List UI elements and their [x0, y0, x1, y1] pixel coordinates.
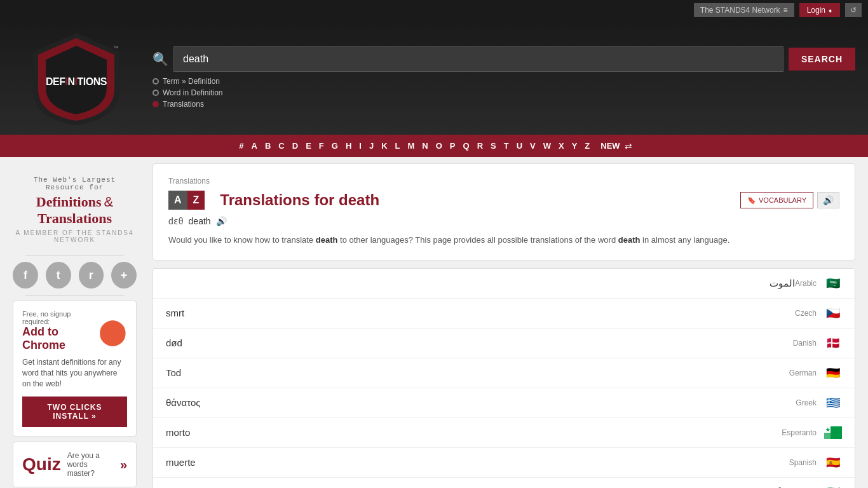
desc-word1: death [316, 235, 338, 245]
list-item[interactable]: morto Esperanto ★ [153, 418, 855, 448]
alpha-new[interactable]: NEW [600, 141, 620, 151]
search-input[interactable] [173, 46, 783, 72]
reddit-icon[interactable]: r [79, 262, 104, 288]
flag-spanish: 🇪🇸 [824, 456, 842, 469]
header: DEFINITIONS ™ 🔍 SEARCH Term » Definition… [0, 20, 868, 135]
phonetic-ipa: dɛθ [168, 216, 184, 226]
alpha-r[interactable]: R [474, 140, 486, 152]
alpha-p[interactable]: P [447, 140, 459, 152]
flag-german: 🇩🇪 [824, 367, 842, 379]
login-button[interactable]: Login ⬧ [799, 3, 840, 17]
alpha-h[interactable]: H [342, 140, 355, 152]
bookmark-icon: 🔖 [747, 196, 756, 205]
history-button[interactable]: ↺ [845, 3, 862, 17]
translation-language: Arabic [795, 279, 817, 288]
chrome-title: Add to Chrome [22, 325, 98, 352]
list-item[interactable]: الموت Arabic 🇸🇦 [153, 269, 855, 299]
phonetic-sound-icon[interactable]: 🔊 [216, 216, 227, 226]
divider-mid [25, 295, 124, 295]
option-word-in-definition[interactable]: Word in Definition [153, 88, 855, 97]
option-translations[interactable]: Translations [153, 100, 855, 109]
search-button[interactable]: SEARCH [789, 48, 855, 71]
chrome-logo-icon: ⬤ [98, 316, 127, 346]
alpha-hash[interactable]: # [236, 140, 247, 152]
facebook-icon[interactable]: f [13, 262, 38, 288]
tagline-sub: A MEMBER OF THE STANDS4 NETWORK [13, 229, 137, 243]
list-item[interactable]: Tod German 🇩🇪 [153, 358, 855, 388]
sidebar: The Web's Largest Resource for Definitio… [13, 163, 146, 488]
main-content: The Web's Largest Resource for Definitio… [0, 157, 868, 488]
flag-greek: 🇬🇷 [824, 396, 842, 409]
stands4-network-button[interactable]: The STANDS4 Network ≡ [694, 3, 794, 17]
radio-translations [153, 101, 159, 107]
alpha-g[interactable]: G [329, 140, 341, 152]
alpha-a[interactable]: A [248, 140, 261, 152]
quiz-box[interactable]: Quiz Are you a words master? » [13, 442, 137, 487]
chrome-install-label: TWO CLICKS INSTALL » [48, 403, 102, 421]
quiz-text: Are you a words master? [67, 451, 114, 478]
radio-term [153, 78, 159, 85]
alpha-l[interactable]: L [392, 140, 403, 152]
alpha-d[interactable]: D [289, 140, 301, 152]
vocabulary-button[interactable]: 🔖 VOCABULARY [740, 192, 813, 208]
twitter-icon[interactable]: t [46, 262, 71, 288]
list-item[interactable]: θάνατος Greek 🇬🇷 [153, 388, 855, 418]
translation-word: død [166, 337, 793, 348]
list-item[interactable]: smrt Czech 🇨🇿 [153, 299, 855, 329]
shuffle-icon[interactable]: ⇄ [625, 141, 632, 151]
list-item[interactable]: død Danish 🇩🇰 [153, 329, 855, 358]
alpha-w[interactable]: W [540, 140, 554, 152]
alpha-c[interactable]: C [275, 140, 287, 152]
list-item[interactable]: muerte Spanish 🇪🇸 [153, 448, 855, 478]
translations-title: Translations for death [220, 191, 379, 209]
alpha-o[interactable]: O [433, 140, 445, 152]
alpha-i[interactable]: I [356, 140, 365, 152]
desc-mid: to other languages? This page provides a… [340, 235, 616, 245]
alpha-s[interactable]: S [487, 140, 499, 152]
alpha-k[interactable]: K [378, 140, 390, 152]
quiz-title: Quiz [22, 454, 61, 475]
history-icon: ↺ [850, 6, 857, 15]
alpha-x[interactable]: X [555, 140, 567, 152]
chrome-text-area: Free, no signup required: Add to Chrome [22, 310, 98, 352]
tagline-ampersand: & [104, 194, 113, 210]
option-term-definition[interactable]: Term » Definition [153, 77, 855, 86]
alpha-v[interactable]: V [527, 140, 539, 152]
login-label: Login [807, 6, 825, 15]
trans-header: A Z Translations for death 🔖 VOCABULARY … [168, 191, 839, 210]
chrome-install-button[interactable]: TWO CLICKS INSTALL » [22, 396, 127, 427]
chrome-extension-box: Free, no signup required: Add to Chrome … [13, 301, 137, 437]
flag-czech: 🇨🇿 [824, 307, 842, 320]
tagline-translations: Translations [37, 210, 112, 226]
alpha-t[interactable]: T [501, 140, 512, 152]
alpha-n[interactable]: N [419, 140, 431, 152]
logo-text-area: The Web's Largest Resource for Definitio… [13, 170, 137, 250]
translation-language: Danish [793, 339, 817, 348]
alpha-e[interactable]: E [302, 140, 315, 152]
search-options: Term » Definition Word in Definition Tra… [153, 77, 855, 109]
alpha-b[interactable]: B [262, 140, 274, 152]
alpha-j[interactable]: J [366, 140, 377, 152]
vocab-label: VOCABULARY [759, 196, 806, 204]
alpha-z[interactable]: Z [581, 140, 593, 152]
addthis-icon[interactable]: + [111, 262, 137, 288]
phonetic-area: dɛθ death 🔊 [168, 216, 839, 226]
translation-word: smrt [166, 308, 795, 318]
alpha-m[interactable]: M [404, 140, 417, 152]
breadcrumb: Translations [168, 177, 839, 186]
alpha-u[interactable]: U [513, 140, 526, 152]
flag-danish: 🇩🇰 [824, 337, 842, 349]
logo-z: Z [187, 191, 205, 210]
option-label-3: Translations [163, 100, 204, 109]
svg-text:DEFINITIONS: DEFINITIONS [46, 76, 107, 87]
az-logo: A Z [168, 191, 205, 210]
sound-button[interactable]: 🔊 [817, 192, 839, 208]
right-content: Translations A Z Translations for death … [146, 163, 855, 488]
alpha-q[interactable]: Q [460, 140, 473, 152]
divider-top [25, 255, 124, 255]
desc-word2: death [618, 235, 641, 245]
alpha-f[interactable]: F [316, 140, 327, 152]
translations-list: الموت Arabic 🇸🇦 smrt Czech 🇨🇿 død Danish… [153, 268, 855, 488]
list-item[interactable]: مرگ Persian 🇮🇷 [153, 478, 855, 488]
alpha-y[interactable]: Y [569, 140, 581, 152]
